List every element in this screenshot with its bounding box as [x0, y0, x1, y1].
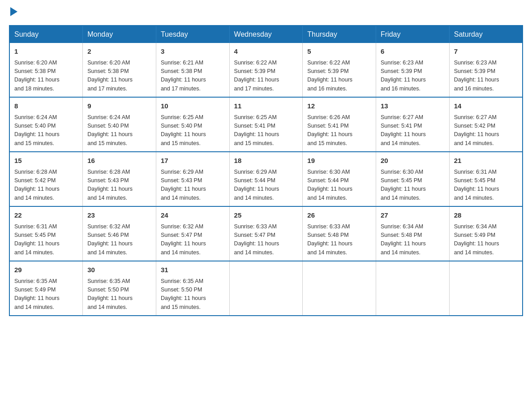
calendar-cell: 24Sunrise: 6:32 AMSunset: 5:47 PMDayligh… — [156, 206, 229, 261]
day-info: Sunrise: 6:30 AMSunset: 5:45 PMDaylight:… — [381, 168, 445, 203]
calendar-cell: 9Sunrise: 6:24 AMSunset: 5:40 PMDaylight… — [83, 97, 156, 152]
day-info: Sunrise: 6:35 AMSunset: 5:50 PMDaylight:… — [87, 277, 151, 312]
calendar-cell: 15Sunrise: 6:28 AMSunset: 5:42 PMDayligh… — [9, 152, 83, 206]
calendar-table: SundayMondayTuesdayWednesdayThursdayFrid… — [9, 25, 523, 316]
calendar-cell — [303, 261, 376, 316]
day-number: 26 — [307, 210, 371, 221]
calendar-week-row: 15Sunrise: 6:28 AMSunset: 5:42 PMDayligh… — [9, 152, 523, 206]
calendar-cell: 20Sunrise: 6:30 AMSunset: 5:45 PMDayligh… — [376, 152, 450, 206]
day-number: 13 — [381, 101, 445, 111]
calendar-cell: 26Sunrise: 6:33 AMSunset: 5:48 PMDayligh… — [303, 206, 376, 261]
calendar-cell: 14Sunrise: 6:27 AMSunset: 5:42 PMDayligh… — [449, 97, 523, 152]
calendar-cell — [229, 261, 303, 316]
header-monday: Monday — [83, 26, 156, 43]
calendar-week-row: 1Sunrise: 6:20 AMSunset: 5:38 PMDaylight… — [9, 43, 523, 97]
calendar-cell: 17Sunrise: 6:29 AMSunset: 5:43 PMDayligh… — [156, 152, 229, 206]
calendar-cell: 7Sunrise: 6:23 AMSunset: 5:39 PMDaylight… — [449, 43, 523, 97]
day-number: 29 — [14, 265, 78, 275]
day-info: Sunrise: 6:23 AMSunset: 5:39 PMDaylight:… — [381, 59, 445, 94]
calendar-cell: 13Sunrise: 6:27 AMSunset: 5:41 PMDayligh… — [376, 97, 450, 152]
calendar-cell: 5Sunrise: 6:22 AMSunset: 5:39 PMDaylight… — [303, 43, 376, 97]
day-info: Sunrise: 6:28 AMSunset: 5:43 PMDaylight:… — [87, 168, 151, 203]
calendar-cell: 18Sunrise: 6:29 AMSunset: 5:44 PMDayligh… — [229, 152, 303, 206]
day-info: Sunrise: 6:22 AMSunset: 5:39 PMDaylight:… — [307, 59, 371, 94]
day-number: 18 — [234, 156, 298, 166]
day-info: Sunrise: 6:24 AMSunset: 5:40 PMDaylight:… — [14, 113, 78, 148]
logo-arrow-icon — [10, 7, 17, 16]
day-number: 28 — [454, 210, 518, 221]
header-saturday: Saturday — [449, 26, 523, 43]
calendar-cell — [449, 261, 523, 316]
calendar-cell: 28Sunrise: 6:34 AMSunset: 5:49 PMDayligh… — [449, 206, 523, 261]
calendar-cell: 10Sunrise: 6:25 AMSunset: 5:40 PMDayligh… — [156, 97, 229, 152]
day-info: Sunrise: 6:24 AMSunset: 5:40 PMDaylight:… — [87, 113, 151, 148]
day-info: Sunrise: 6:33 AMSunset: 5:48 PMDaylight:… — [307, 223, 371, 257]
header-sunday: Sunday — [9, 26, 83, 43]
calendar-cell: 22Sunrise: 6:31 AMSunset: 5:45 PMDayligh… — [9, 206, 83, 261]
calendar-cell: 23Sunrise: 6:32 AMSunset: 5:46 PMDayligh… — [83, 206, 156, 261]
day-info: Sunrise: 6:29 AMSunset: 5:43 PMDaylight:… — [161, 168, 225, 203]
day-number: 4 — [234, 47, 298, 57]
calendar-cell: 11Sunrise: 6:25 AMSunset: 5:41 PMDayligh… — [229, 97, 303, 152]
day-number: 9 — [87, 101, 151, 111]
day-number: 3 — [161, 47, 225, 57]
day-info: Sunrise: 6:28 AMSunset: 5:42 PMDaylight:… — [14, 168, 78, 203]
day-number: 2 — [87, 47, 151, 57]
day-number: 15 — [14, 156, 78, 166]
day-info: Sunrise: 6:30 AMSunset: 5:44 PMDaylight:… — [307, 168, 371, 203]
day-info: Sunrise: 6:26 AMSunset: 5:41 PMDaylight:… — [307, 113, 371, 148]
day-info: Sunrise: 6:25 AMSunset: 5:41 PMDaylight:… — [234, 113, 298, 148]
day-number: 22 — [14, 210, 78, 221]
day-number: 23 — [87, 210, 151, 221]
day-info: Sunrise: 6:35 AMSunset: 5:49 PMDaylight:… — [14, 277, 78, 312]
calendar-cell: 6Sunrise: 6:23 AMSunset: 5:39 PMDaylight… — [376, 43, 450, 97]
calendar-cell: 31Sunrise: 6:35 AMSunset: 5:50 PMDayligh… — [156, 261, 229, 316]
calendar-cell: 27Sunrise: 6:34 AMSunset: 5:48 PMDayligh… — [376, 206, 450, 261]
calendar-cell: 16Sunrise: 6:28 AMSunset: 5:43 PMDayligh… — [83, 152, 156, 206]
day-info: Sunrise: 6:20 AMSunset: 5:38 PMDaylight:… — [87, 59, 151, 94]
day-info: Sunrise: 6:29 AMSunset: 5:44 PMDaylight:… — [234, 168, 298, 203]
day-number: 25 — [234, 210, 298, 221]
day-info: Sunrise: 6:33 AMSunset: 5:47 PMDaylight:… — [234, 223, 298, 257]
day-info: Sunrise: 6:35 AMSunset: 5:50 PMDaylight:… — [161, 277, 225, 312]
day-info: Sunrise: 6:34 AMSunset: 5:48 PMDaylight:… — [381, 223, 445, 257]
calendar-cell: 30Sunrise: 6:35 AMSunset: 5:50 PMDayligh… — [83, 261, 156, 316]
calendar-cell: 3Sunrise: 6:21 AMSunset: 5:38 PMDaylight… — [156, 43, 229, 97]
day-number: 11 — [234, 101, 298, 111]
calendar-cell: 12Sunrise: 6:26 AMSunset: 5:41 PMDayligh… — [303, 97, 376, 152]
day-info: Sunrise: 6:32 AMSunset: 5:47 PMDaylight:… — [161, 223, 225, 257]
day-number: 30 — [87, 265, 151, 275]
day-number: 31 — [161, 265, 225, 275]
calendar-cell: 29Sunrise: 6:35 AMSunset: 5:49 PMDayligh… — [9, 261, 83, 316]
day-info: Sunrise: 6:31 AMSunset: 5:45 PMDaylight:… — [14, 223, 78, 257]
day-info: Sunrise: 6:21 AMSunset: 5:38 PMDaylight:… — [161, 59, 225, 94]
day-info: Sunrise: 6:32 AMSunset: 5:46 PMDaylight:… — [87, 223, 151, 257]
logo — [9, 9, 17, 16]
day-number: 24 — [161, 210, 225, 221]
header-friday: Friday — [376, 26, 450, 43]
day-number: 21 — [454, 156, 518, 166]
day-number: 7 — [454, 47, 518, 57]
day-number: 14 — [454, 101, 518, 111]
day-info: Sunrise: 6:23 AMSunset: 5:39 PMDaylight:… — [454, 59, 518, 94]
day-number: 10 — [161, 101, 225, 111]
day-info: Sunrise: 6:27 AMSunset: 5:41 PMDaylight:… — [381, 113, 445, 148]
day-number: 20 — [381, 156, 445, 166]
header-wednesday: Wednesday — [229, 26, 303, 43]
calendar-cell — [376, 261, 450, 316]
calendar-cell: 1Sunrise: 6:20 AMSunset: 5:38 PMDaylight… — [9, 43, 83, 97]
page-header — [9, 9, 523, 16]
calendar-week-row: 29Sunrise: 6:35 AMSunset: 5:49 PMDayligh… — [9, 261, 523, 316]
day-info: Sunrise: 6:34 AMSunset: 5:49 PMDaylight:… — [454, 223, 518, 257]
day-info: Sunrise: 6:20 AMSunset: 5:38 PMDaylight:… — [14, 59, 78, 94]
calendar-cell: 25Sunrise: 6:33 AMSunset: 5:47 PMDayligh… — [229, 206, 303, 261]
day-number: 12 — [307, 101, 371, 111]
day-info: Sunrise: 6:27 AMSunset: 5:42 PMDaylight:… — [454, 113, 518, 148]
day-number: 27 — [381, 210, 445, 221]
day-info: Sunrise: 6:25 AMSunset: 5:40 PMDaylight:… — [161, 113, 225, 148]
calendar-cell: 8Sunrise: 6:24 AMSunset: 5:40 PMDaylight… — [9, 97, 83, 152]
day-info: Sunrise: 6:22 AMSunset: 5:39 PMDaylight:… — [234, 59, 298, 94]
header-thursday: Thursday — [303, 26, 376, 43]
calendar-week-row: 22Sunrise: 6:31 AMSunset: 5:45 PMDayligh… — [9, 206, 523, 261]
day-number: 16 — [87, 156, 151, 166]
